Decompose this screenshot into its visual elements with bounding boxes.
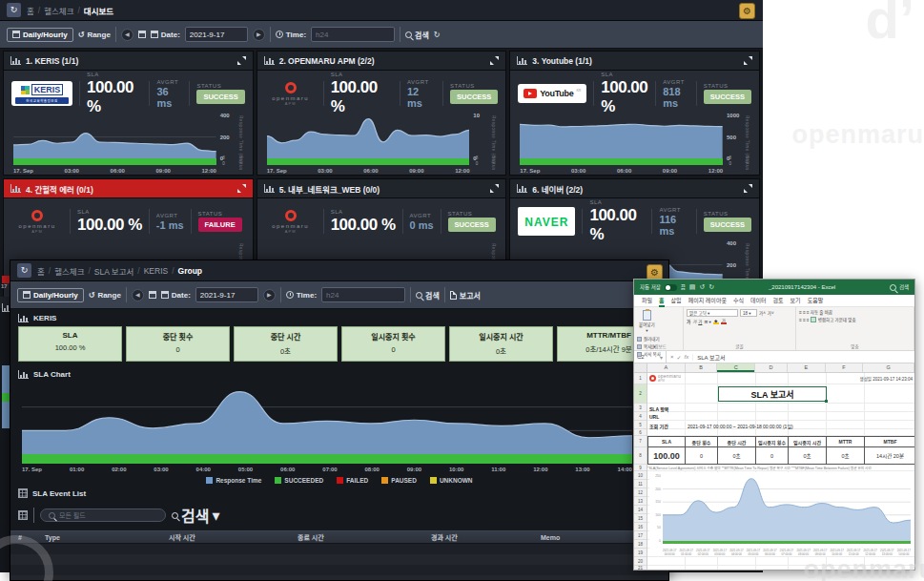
panel-keris: 1. KERIS (1/1) KERIS 한국교육학술정보원 SLA100.00… (3, 51, 254, 176)
expand-icon[interactable] (744, 56, 752, 65)
align-right-icon[interactable]: ≡ (807, 317, 809, 322)
underline-button[interactable]: 가 (698, 319, 702, 324)
font-color-button[interactable]: 가 (721, 319, 727, 324)
calendar-picker-button[interactable] (138, 31, 146, 38)
decrease-font-icon[interactable]: 가˅ (768, 310, 774, 316)
report-button[interactable]: 보고서 (450, 290, 481, 301)
expand-icon[interactable] (490, 184, 499, 193)
expand-icon[interactable] (744, 184, 752, 193)
search-button[interactable]: 검색 (416, 290, 440, 301)
daily-hourly-button[interactable]: Daily/Hourly (17, 288, 84, 302)
cut-button[interactable]: 잘라내기 (637, 336, 661, 342)
prev-date-button[interactable]: ◀ (121, 29, 133, 41)
expand-icon[interactable] (237, 56, 246, 65)
excel-sla-chart[interactable]: 050100150200250 2021-09-17 00:00:002021-… (649, 472, 914, 556)
refresh-icon[interactable]: ↻ (17, 263, 31, 278)
merge-center-icon (811, 317, 816, 322)
sheet-grid[interactable]: openmaruAPM 생성일 2021-09-17 14:23:04 SLA … (647, 373, 914, 570)
undo-icon[interactable]: ↺ (699, 283, 705, 291)
formula-input[interactable]: SLA 보고서 (693, 353, 725, 362)
increase-font-icon[interactable]: 가˄ (759, 310, 766, 316)
panel-header[interactable]: 3. Youtube (1/1) (510, 52, 759, 71)
fill-color-button[interactable]: ◆ (713, 319, 719, 324)
row-headers[interactable]: 123456789101112131415161718192021 (634, 373, 647, 570)
event-search-input[interactable] (59, 512, 154, 519)
panel-header[interactable]: 2. OPENMARU APM (2/2) (257, 52, 506, 71)
stat-outage-count: 중단 횟수0 (126, 326, 230, 362)
status-axis-labels: 80 (222, 156, 225, 166)
border-button[interactable]: ⊞ ▾ (704, 320, 710, 324)
status-badge: SUCCESS (704, 90, 751, 104)
status-bar-succeeded (22, 454, 632, 464)
align-left-icon[interactable]: ≡ (799, 317, 801, 322)
cancel-icon[interactable]: × (670, 354, 674, 361)
merge-center-button[interactable]: 병합하고 가운데 맞춤 (818, 317, 856, 322)
range-button[interactable]: ↺Range (89, 291, 121, 300)
time-input[interactable] (311, 27, 395, 42)
event-search-button[interactable]: 검색▾ (172, 504, 219, 527)
paste-button[interactable]: 붙여넣기▾ (637, 309, 657, 334)
event-list-toolbar: 검색▾ (10, 501, 668, 530)
time-label: Time: (286, 291, 317, 300)
panel-header[interactable]: 1. KERIS (1/1) (4, 52, 253, 71)
bar-chart-icon (10, 56, 21, 65)
wrap-text-button[interactable]: 자동 줄 바꿈 (811, 309, 832, 315)
naver-logo: NAVER (518, 207, 575, 236)
breadcrumb[interactable]: 홈/헬스체크/SLA 보고서/KERIS/Group (37, 265, 202, 277)
stat-sla: SLA100.00 % (18, 326, 122, 362)
autosave-toggle[interactable] (665, 284, 677, 291)
format-painter-button[interactable]: 서식 복사 (637, 351, 661, 357)
settings-button[interactable]: ⚙ (739, 3, 755, 19)
align-middle-icon[interactable]: ≡ (803, 309, 805, 315)
next-date-button[interactable]: ▶ (253, 29, 265, 41)
calendar-picker-button[interactable] (149, 291, 156, 299)
avgrt-value: 0 ms (410, 219, 434, 231)
column-headers[interactable]: ABCDEFG (634, 363, 914, 373)
font-group: 맑은 고딕 ▾ 18 ▾ 가˄가˅ 가 가 가 ⊞ ▾ ◆ 가 글꼴 (684, 307, 796, 350)
date-input[interactable] (195, 287, 258, 302)
response-time-chart (520, 115, 723, 158)
bar-chart-icon (264, 56, 275, 65)
fx-icon[interactable]: fx (685, 354, 689, 361)
font-name-select[interactable]: 맑은 고딕 ▾ (687, 309, 738, 317)
excel-ribbon-tabs[interactable]: 파일홈삽입페이지 레이아웃수식데이터검토보기도움말 (634, 295, 914, 307)
excel-sheet: ABCDEFG 12345678910111213141516171819202… (634, 363, 914, 570)
search-button[interactable]: 검색 (405, 30, 429, 40)
breadcrumb[interactable]: 홈/헬스체크/대시보드 (27, 5, 113, 16)
panel-openmaru-apm: 2. OPENMARU APM (2/2) openmaruAPM SLA100… (257, 51, 507, 176)
response-time-chart (663, 476, 911, 541)
brush-icon (637, 352, 642, 357)
openmaru-logo: openmaruAPM (265, 210, 317, 234)
bold-button[interactable]: 가 (687, 319, 690, 324)
clipboard-icon (643, 310, 651, 321)
font-size-select[interactable]: 18 ▾ (740, 309, 757, 317)
align-center-icon[interactable]: ≡ (803, 317, 805, 322)
italic-button[interactable]: 가 (692, 319, 696, 324)
daily-hourly-button[interactable]: Daily/Hourly (7, 28, 73, 42)
openmaru-logo: openmaruAPM (649, 374, 681, 383)
time-input[interactable] (321, 287, 405, 302)
align-top-icon[interactable]: ≡ (799, 309, 801, 315)
columns-icon[interactable] (18, 510, 28, 520)
status-bar-succeeded (520, 158, 723, 165)
chart-legend[interactable]: Response TimeSUCCEEDEDFAILEDPAUSEDUNKNOW… (10, 477, 668, 484)
group-label: 맞춤 (796, 343, 914, 349)
next-date-button[interactable]: ▶ (263, 289, 276, 301)
panel-header-error[interactable]: 4. 간헐적 에러 (0/1) (4, 179, 253, 198)
enter-icon[interactable]: ✓ (677, 354, 682, 361)
date-input[interactable] (185, 27, 248, 42)
redo-icon[interactable]: ↻ (708, 283, 714, 291)
prev-date-button[interactable]: ◀ (132, 289, 144, 301)
expand-icon[interactable] (237, 184, 246, 193)
report-title-cell[interactable]: SLA 보고서 (718, 386, 827, 402)
refresh-icon[interactable]: ↻ (7, 3, 21, 17)
save-icon[interactable]: ▤ (689, 283, 696, 291)
history-icon: ↺ (78, 31, 85, 39)
panel-header[interactable]: 5. 내부_네트워크_WEB (0/0) (257, 179, 506, 198)
refresh-icon[interactable]: ↻ (434, 31, 441, 39)
range-button[interactable]: ↺Range (78, 31, 111, 39)
expand-icon[interactable] (490, 56, 499, 65)
panel-header[interactable]: 6. 네이버 (2/2) (510, 179, 759, 198)
align-bottom-icon[interactable]: ≡ (807, 309, 809, 315)
excel-search-button[interactable]: 검색 (890, 283, 909, 291)
